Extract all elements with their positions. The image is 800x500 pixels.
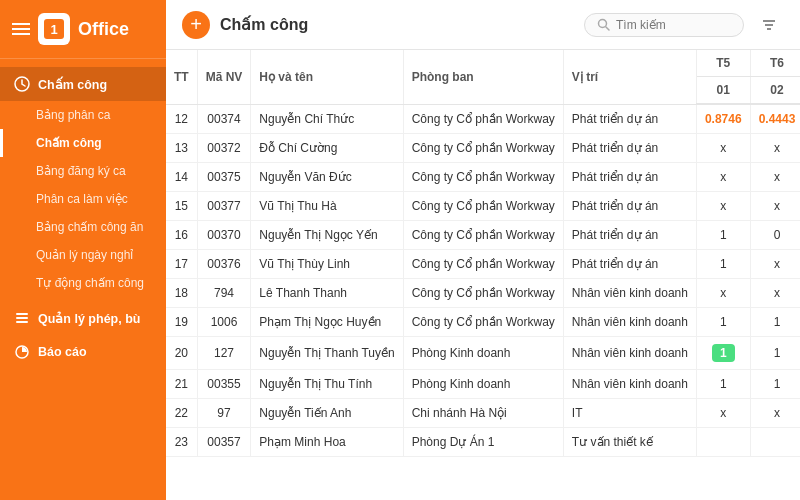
main-content: + Chấm công TT Mã NV Họ và tên [166,0,800,500]
table-row: 1600370Nguyễn Thị Ngọc YếnCông ty Cổ phầ… [166,221,800,250]
sidebar-sub-tudongchamcong[interactable]: Tự động chấm công [0,269,166,297]
sidebar: 1 Office Chấm công Bảng phân ca Chấm côn… [0,0,166,500]
menu-toggle-button[interactable] [12,23,30,35]
svg-rect-3 [16,321,28,323]
attendance-table: TT Mã NV Họ và tên Phòng ban Vị trí T5 T… [166,50,800,457]
th-ten: Họ và tên [251,50,403,104]
th-tt: TT [166,50,197,104]
table-row: 191006Phạm Thị Ngọc HuyềnCông ty Cổ phần… [166,308,800,337]
clock-icon [14,76,30,92]
table-row: 2100355Nguyễn Thị Thu TínhPhòng Kinh doa… [166,370,800,399]
svg-point-5 [599,20,607,28]
svg-rect-1 [16,313,28,315]
th-phongban: Phòng ban [403,50,563,104]
search-input[interactable] [616,18,716,32]
sidebar-sub-bangdangkyca[interactable]: Bảng đăng ký ca [0,157,166,185]
table-row: 2297Nguyễn Tiến AnhChi nhánh Hà NộiITxxx [166,399,800,428]
sidebar-sub-bangphanca[interactable]: Bảng phân ca [0,101,166,129]
th-day-01: 01 [696,77,750,105]
chart-icon [14,344,30,360]
svg-rect-2 [16,317,28,319]
svg-line-6 [606,27,609,30]
th-manv: Mã NV [197,50,251,104]
sidebar-item-chamcong[interactable]: Chấm công [0,67,166,101]
table-row: 1500377Vũ Thị Thu HàCông ty Cổ phần Work… [166,192,800,221]
brand-name: Office [78,19,129,40]
table-row: 18794Lê Thanh ThanhCông ty Cổ phần Workw… [166,279,800,308]
add-button[interactable]: + [182,11,210,39]
sidebar-sub-quanlyngaynghi[interactable]: Quản lý ngày nghỉ [0,241,166,269]
table-row: 20127Nguyễn Thị Thanh TuyềnPhòng Kinh do… [166,337,800,370]
th-vitri: Vị trí [563,50,696,104]
table-row: 1400375Nguyễn Văn ĐứcCông ty Cổ phần Wor… [166,163,800,192]
table-row: 2300357Phạm Minh HoaPhòng Dự Án 1Tư vấn … [166,428,800,457]
table-container: TT Mã NV Họ và tên Phòng ban Vị trí T5 T… [166,50,800,500]
brand-logo: 1 [38,13,70,45]
th-day-t5: T5 [696,50,750,77]
sidebar-sub-phancalamviec[interactable]: Phân ca làm việc [0,185,166,213]
search-icon [597,18,610,31]
sidebar-item-baocao[interactable]: Báo cáo [0,335,166,369]
search-box [584,13,744,37]
sidebar-item-quanlyp[interactable]: Quản lý phép, bù [0,301,166,335]
table-row: 1700376Vũ Thị Thùy LinhCông ty Cổ phần W… [166,250,800,279]
filter-button[interactable] [754,10,784,40]
page-title: Chấm công [220,15,574,34]
sidebar-sub-chamcong[interactable]: Chấm công [0,129,166,157]
topbar: + Chấm công [166,0,800,50]
th-day-02: 02 [750,77,800,105]
table-row: 1300372Đỗ Chí CườngCông ty Cổ phần Workw… [166,134,800,163]
sidebar-header: 1 Office [0,0,166,59]
filter-icon [761,17,777,33]
sidebar-sub-bangchamcongan[interactable]: Bảng chấm công ăn [0,213,166,241]
sidebar-nav: Chấm công Bảng phân ca Chấm công Bảng đă… [0,59,166,500]
th-day-t6: T6 [750,50,800,77]
table-row: 1200374Nguyễn Chí ThứcCông ty Cổ phần Wo… [166,104,800,134]
list-icon [14,310,30,326]
